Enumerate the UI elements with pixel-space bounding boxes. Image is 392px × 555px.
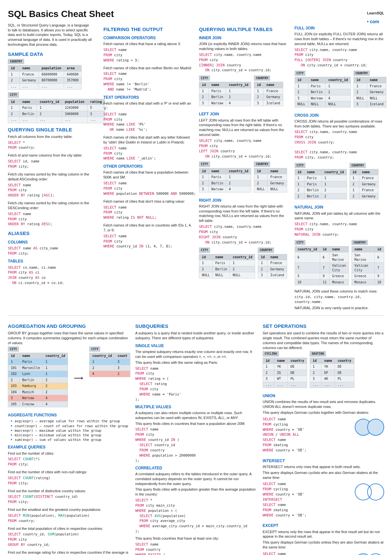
natural-note2: city.id, city.name, country.id, country.… — [295, 295, 384, 305]
full-tbl2-lbl: COUNTRY — [353, 71, 370, 76]
label-city: CITY — [8, 92, 19, 97]
h-comp: COMPARISON OPERATORS — [104, 35, 193, 41]
left-c: SELECT city.name, country.name FROM city… — [199, 138, 289, 159]
sv-t2: This query finds cities with the same ra… — [135, 360, 257, 365]
h-right: RIGHT JOIN — [199, 198, 289, 203]
filter-c2: SELECT name FROM city WHERE name != 'Ber… — [104, 71, 193, 92]
sv-c: SELECT name FROM city WHERE rating = ( S… — [135, 366, 257, 402]
agg-e2c: SELECT COUNT(rating) FROM city; — [8, 476, 129, 486]
co-c2: SELECT name FROM country WHERE EXISTS ( … — [135, 542, 257, 555]
left-tbl1-lbl: CITY — [199, 161, 210, 167]
agg-e3t: Find out the number of distinctive count… — [8, 489, 129, 494]
filter-t2: Fetch names of cities that are neither B… — [104, 66, 193, 71]
agg-fn-list: avg(expr) – average value for rows withi… — [8, 419, 129, 442]
cyc-lbl: CYCLING — [263, 351, 279, 356]
page-title: SQL Basics Cheat Sheet — [8, 8, 384, 20]
full-tbl1-lbl: CITY — [295, 71, 306, 76]
co-t2: This query finds cities with a populatio… — [135, 487, 257, 497]
setops-t: Set operations are used to combine the r… — [263, 331, 384, 350]
filter-t4: Fetch names of cities that start with an… — [104, 135, 193, 145]
col-subq: SUBQUERIES A subquery is a query that is… — [135, 320, 257, 555]
h-subq: SUBQUERIES — [135, 323, 257, 329]
inner-tbl1-lbl: CITY — [199, 76, 210, 81]
intersect-t: INTERSECT returns only rows that appear … — [263, 464, 384, 469]
h-inner: INNER JOIN — [199, 35, 289, 41]
h-filter: FILTERING THE OUTPUT — [104, 26, 193, 33]
col-agg: AGGREGATION AND GROUPING GROUP BY groups… — [8, 320, 129, 555]
single-t3: Fetch city names sorted by the rating co… — [8, 172, 98, 182]
h-sv: SINGLE VALUE — [135, 343, 257, 348]
agg-e2t: Find out the number of cities with non-n… — [8, 470, 129, 475]
filter-c7: SELECT name FROM city WHERE country_id I… — [104, 234, 193, 249]
filter-c1: SELECT name FROM city WHERE rating > 3; — [104, 47, 193, 63]
h-aliases-tab: TABLES — [8, 259, 98, 264]
right-tbl2-lbl: COUNTRY — [258, 247, 274, 253]
inner-tbl2-lbl: COUNTRY — [254, 76, 270, 81]
agg-e3c: SELECT COUNT(DISTINCT country_id) FROM c… — [8, 494, 129, 505]
h-agg-fn: AGGREGATE FUNCTIONS — [8, 412, 129, 418]
union-t: UNION combines the results of two result… — [263, 399, 384, 409]
filter-c3: SELECT name FROM city WHERE name LIKE 'P… — [104, 112, 193, 132]
right-c: SELECT city.name, country.name FROM city… — [199, 224, 289, 245]
filter-t7: Fetch names of cities that are in countr… — [104, 223, 193, 233]
h-aliases: ALIASES — [8, 230, 98, 237]
venn-union-icon — [355, 417, 384, 437]
h-multi: QUERYING MULTIPLE TABLES — [199, 26, 289, 33]
natural-note1: NATURAL JOIN used these columns to match… — [295, 289, 384, 294]
h-sample: SAMPLE DATA — [8, 51, 98, 58]
union-t2: This query displays German cyclists toge… — [263, 410, 384, 415]
natural-tbl1-lbl: CITY — [295, 240, 306, 245]
agg-e4t: Find out the smallest and the greatest c… — [8, 507, 129, 512]
col-1: SQL, or Structured Query Language, is a … — [8, 23, 98, 311]
natural-tbl2-lbl: COUNTRY — [351, 240, 368, 245]
single-c4: SELECT name FROM city ORDER BY rating DE… — [8, 211, 98, 227]
except-c: SELECT name FROM cycling WHERE country =… — [263, 551, 351, 555]
intersect-t2: This query displays German cyclists who … — [263, 470, 384, 480]
filter-t1: Fetch names of cities that have a rating… — [104, 42, 193, 46]
right-tbl1-lbl: CITY — [199, 247, 210, 253]
cross-tbl2-lbl: COUNTRY — [350, 163, 366, 168]
cross-tbl1: idnamecountry_id1Paris11Paris12Berlin22B… — [295, 169, 347, 200]
col-setops: SET OPERATIONS Set operations are used t… — [263, 320, 384, 555]
left-t: LEFT JOIN returns all rows from the left… — [199, 118, 289, 137]
natural-t: NATURAL JOIN will join tables by all col… — [295, 211, 384, 221]
h-other: OTHER OPERATORS — [104, 164, 193, 169]
h-setops: SET OPERATIONS — [263, 323, 384, 329]
agg-t: GROUP BY groups together rows that have … — [8, 331, 129, 345]
subq-t: A subquery is a query that is nested ins… — [135, 331, 257, 341]
mv-t: A subquery can also return multiple colu… — [135, 411, 257, 420]
co-t: A correlated subquery refers to the tabl… — [135, 472, 257, 486]
natural-tbl1: country_ididname66San Marino77Vatican Ci… — [295, 246, 349, 286]
h-mv: MULTIPLE VALUES — [135, 404, 257, 410]
filter-c4: SELECT name FROM city WHERE name LIKE '_… — [104, 146, 193, 161]
co-t3: This query finds countries that have at … — [135, 536, 257, 541]
venn-except-icon — [355, 552, 384, 555]
h-single: QUERYING SINGLE TABLE — [8, 126, 98, 133]
mv-t2: This query finds cities in countries tha… — [135, 421, 257, 426]
except-t: EXCEPT returns only the rows that appear… — [263, 530, 384, 539]
single-c2: SELECT id, name FROM city; — [8, 159, 98, 169]
right-tbl2: idname1France2Germany3Iceland — [258, 254, 287, 278]
label-country: COUNTRY — [8, 59, 24, 64]
full-c: SELECT city.name, country.name FROM city… — [295, 47, 384, 68]
h-union: UNION — [263, 393, 384, 398]
agg-e5t: Find out the total population of cities … — [8, 526, 129, 531]
agg-e6t: Find out the average rating for cities i… — [8, 550, 129, 555]
intersect-c: SELECT name FROM cycling WHERE country =… — [263, 481, 351, 518]
co-c: SELECT * FROM city main_city WHERE popul… — [135, 498, 257, 533]
cross-t: CROSS JOIN returns all possible combinat… — [295, 119, 384, 129]
natural-tbl2: nameidSan Marino6Vatican City7Greece9Mon… — [351, 246, 384, 286]
agg-e1c: SELECT COUNT(*) FROM city; — [8, 457, 129, 467]
table-city: idnamecountry_idpopulationrating1Paris12… — [8, 99, 105, 123]
aliases-c1: SELECT name AS city_name FROM city; — [8, 246, 98, 256]
inner-t: JOIN (or explicitly INNER JOIN) returns … — [199, 42, 289, 51]
filter-t5: Fetch names of cities that have a popula… — [104, 170, 193, 180]
h-co: CORRELATED — [135, 465, 257, 471]
h-agg-ex: EXAMPLE QUERIES — [8, 445, 129, 450]
cross-tbl1-lbl: CITY — [295, 163, 306, 168]
full-t: FULL JOIN (or explicitly FULL OUTER JOIN… — [295, 32, 384, 46]
ska-lbl: SKATING — [310, 351, 326, 356]
col-2: FILTERING THE OUTPUT COMPARISON OPERATOR… — [104, 23, 193, 311]
h-natural: NATURAL JOIN — [295, 205, 384, 210]
single-t4: Fetch city names sorted by the rating co… — [8, 201, 98, 210]
